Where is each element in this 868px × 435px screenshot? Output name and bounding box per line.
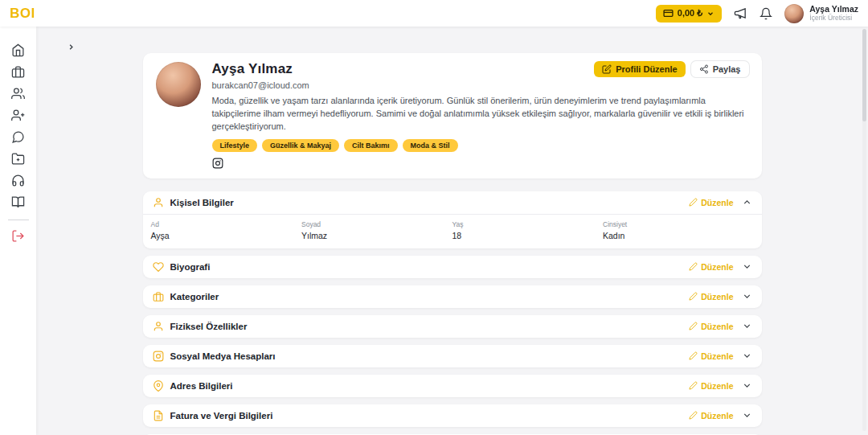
app-logo: BOI (10, 6, 35, 22)
sidebar (0, 27, 36, 435)
profile-email: burakcan07@icloud.com (212, 80, 749, 90)
pencil-icon (689, 198, 698, 207)
field-first-name: Ad Ayşa (151, 220, 302, 240)
instagram-icon[interactable] (212, 158, 223, 169)
section-title: Biyografi (170, 262, 211, 272)
share-button[interactable]: Paylaş (691, 61, 749, 77)
balance-button[interactable]: 0,00 ₺ (656, 5, 722, 23)
notifications-button[interactable] (760, 7, 772, 20)
briefcase-icon (153, 291, 164, 302)
field-gender: Cinsiyet Kadın (603, 220, 754, 240)
section-header-categories[interactable]: Kategoriler Düzenle (143, 285, 762, 308)
field-value: Yılmaz (301, 231, 452, 240)
section-title: Kişisel Bilgiler (170, 198, 234, 207)
field-label: Soyad (301, 220, 452, 228)
chevron-down-icon[interactable] (742, 261, 752, 272)
sidebar-item-invite[interactable] (0, 105, 36, 126)
sidebar-item-files[interactable] (0, 148, 36, 170)
section-header-social-media[interactable]: Sosyal Medya Hesapları Düzenle (143, 345, 762, 367)
edit-categories-button[interactable]: Düzenle (689, 292, 733, 302)
section-header-biography[interactable]: Biyografi Düzenle (143, 256, 762, 278)
logout-button[interactable] (0, 225, 36, 247)
section-title: Sosyal Medya Hesapları (170, 351, 276, 361)
user-role: İçerik Üreticisi (809, 14, 858, 22)
home-icon (11, 43, 25, 57)
sidebar-item-messages[interactable] (0, 126, 36, 148)
section-personal-info: Kişisel Bilgiler Düzenle Ad Ayşa (143, 191, 762, 248)
edit-label: Düzenle (701, 411, 733, 421)
profile-main: Ayşa Yılmaz Profili Düzenle Paylaş (212, 61, 749, 169)
wallet-icon (663, 8, 674, 18)
chevron-down-icon[interactable] (742, 351, 752, 361)
bell-icon (760, 7, 772, 20)
share-icon (699, 64, 709, 74)
edit-label: Düzenle (701, 262, 733, 272)
sidebar-expand-toggle[interactable] (65, 41, 77, 53)
heart-icon (153, 261, 164, 273)
edit-biography-button[interactable]: Düzenle (689, 262, 733, 272)
chevron-down-icon[interactable] (742, 321, 752, 331)
edit-label: Düzenle (701, 322, 733, 331)
sidebar-item-community[interactable] (0, 83, 36, 105)
sidebar-item-jobs[interactable] (0, 61, 36, 83)
edit-social-media-button[interactable]: Düzenle (689, 351, 733, 361)
user-icon (153, 197, 164, 208)
main-area: Ayşa Yılmaz Profili Düzenle Paylaş (36, 27, 868, 435)
section-categories: Kategoriler Düzenle (143, 285, 762, 308)
section-title: Kategoriler (170, 292, 219, 302)
section-title: Fatura ve Vergi Bilgileri (170, 411, 273, 421)
edit-physical-attributes-button[interactable]: Düzenle (689, 322, 733, 331)
tag-chip: Güzellik & Makyaj (262, 139, 339, 152)
field-label: Yaş (452, 220, 604, 228)
edit-address-button[interactable]: Düzenle (689, 381, 733, 391)
section-header-personal-info[interactable]: Kişisel Bilgiler Düzenle (143, 191, 762, 214)
folder-plus-icon (11, 152, 25, 166)
balance-amount: 0,00 ₺ (678, 8, 702, 18)
user-menu[interactable]: Ayşa Yılmaz İçerik Üreticisi (784, 4, 858, 23)
personal-info-fields: Ad Ayşa Soyad Yılmaz Yaş 18 Cinsiyet Kad… (143, 214, 762, 248)
profile-avatar (156, 62, 201, 107)
edit-billing-tax-button[interactable]: Düzenle (689, 411, 733, 421)
chevron-down-icon[interactable] (742, 410, 752, 421)
field-value: Ayşa (151, 231, 302, 240)
field-label: Ad (151, 220, 302, 228)
topbar: BOI 0,00 ₺ Ayşa Yılmaz İçerik Üreticisi (0, 0, 868, 27)
edit-label: Düzenle (701, 381, 733, 391)
tag-chip: Lifestyle (212, 139, 258, 152)
section-biography: Biyografi Düzenle (143, 256, 762, 278)
category-tags: Lifestyle Güzellik & Makyaj Cilt Bakımı … (212, 139, 749, 152)
scrollbar[interactable] (862, 29, 866, 431)
tag-chip: Moda & Stil (403, 139, 458, 152)
chevron-down-icon[interactable] (742, 291, 752, 302)
announcements-button[interactable] (734, 6, 747, 20)
edit-profile-button[interactable]: Profili Düzenle (594, 61, 685, 77)
chevron-up-icon[interactable] (742, 197, 752, 207)
section-physical-attributes: Fiziksel Özellikler Düzenle (143, 315, 762, 338)
sidebar-item-home[interactable] (0, 39, 36, 61)
sidebar-divider (8, 220, 29, 220)
headphones-icon (11, 174, 25, 187)
briefcase-icon (11, 65, 25, 79)
section-header-physical-attributes[interactable]: Fiziksel Özellikler Düzenle (143, 315, 762, 338)
topbar-actions: 0,00 ₺ Ayşa Yılmaz İçerik Üreticisi (656, 4, 858, 23)
pencil-icon (689, 381, 698, 390)
users-icon (11, 87, 25, 101)
section-header-address[interactable]: Adres Bilgileri Düzenle (143, 375, 762, 397)
sidebar-item-guide[interactable] (0, 191, 36, 213)
chat-icon (11, 130, 25, 144)
logout-icon (11, 229, 25, 243)
section-title: Fiziksel Özellikler (170, 322, 248, 331)
user-icon (153, 321, 164, 332)
sidebar-item-support[interactable] (0, 170, 36, 191)
profile-name: Ayşa Yılmaz (212, 61, 293, 77)
scrollbar-thumb[interactable] (862, 29, 866, 121)
avatar (784, 4, 804, 23)
field-label: Cinsiyet (603, 220, 754, 228)
pencil-icon (689, 411, 698, 420)
user-plus-icon (11, 109, 25, 122)
edit-personal-info-button[interactable]: Düzenle (689, 198, 733, 207)
chevron-down-icon[interactable] (742, 380, 752, 391)
section-header-billing-tax[interactable]: Fatura ve Vergi Bilgileri Düzenle (143, 404, 762, 427)
receipt-icon (153, 410, 164, 421)
section-address: Adres Bilgileri Düzenle (143, 375, 762, 397)
